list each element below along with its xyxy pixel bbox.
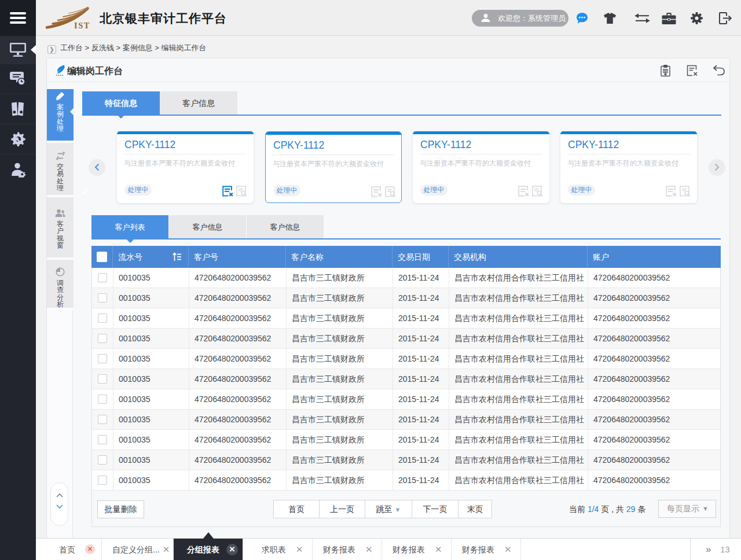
svg-text:IST: IST — [74, 21, 90, 30]
